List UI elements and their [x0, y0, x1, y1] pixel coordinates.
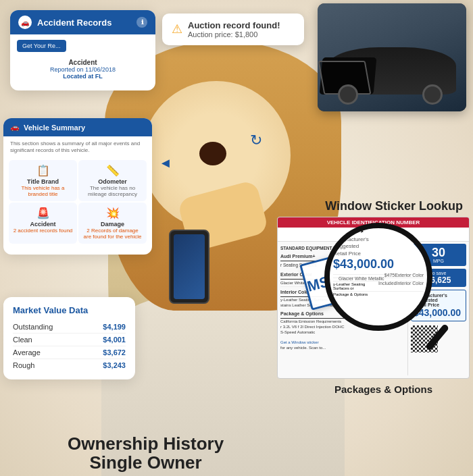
mv-label-rough: Rough	[13, 361, 34, 369]
damaged-car-wheel-rear	[422, 84, 443, 105]
person-mouth	[199, 142, 226, 165]
auction-title: Auction record found!	[188, 20, 280, 30]
accident-records-header: 🚗 Accident Records ℹ	[10, 10, 155, 34]
mv-row-rough: Rough $3,243	[13, 359, 126, 371]
window-sticker-heading: Window Sticker Lookup	[277, 199, 470, 213]
auction-record-card: ⚠ Auction record found! Auction price: $…	[162, 14, 304, 45]
get-report-button[interactable]: Get Your Re...	[17, 40, 66, 52]
title-brand-status: This vehicle has a branded title	[13, 185, 73, 197]
damaged-car-wheel-front	[338, 84, 358, 105]
auction-warning-icon: ⚠	[172, 22, 182, 36]
damage-icon: 💥	[82, 207, 143, 219]
accident-status: 2 accident records found	[13, 228, 73, 234]
mv-row-average: Average $3,672	[13, 346, 126, 359]
vehicle-summary-header: 🚗 Vehicle Summary	[3, 118, 152, 136]
magnifying-glass-circle	[324, 223, 432, 331]
accident-records-card: 🚗 Accident Records ℹ Get Your Re... Acci…	[10, 10, 155, 90]
vs-title-brand: 📋 Title Brand This vehicle has a branded…	[9, 160, 77, 201]
arrow-left-icon: ◄	[159, 155, 172, 171]
market-value-card: Market Value Data Outstanding $4,199 Cle…	[3, 297, 135, 379]
damaged-car-image	[318, 3, 466, 111]
accident-record-location: Located at FL	[17, 73, 149, 80]
mv-label-outstanding: Outstanding	[13, 323, 53, 331]
mv-value-outstanding: $4,199	[103, 323, 126, 331]
mv-row-clean: Clean $4,001	[13, 334, 126, 346]
title-brand-label: Title Brand	[13, 178, 73, 185]
ownership-history-title: Ownership History	[68, 434, 224, 454]
auction-subtitle: Auction price: $1,800	[188, 30, 280, 38]
mv-value-rough: $3,243	[103, 361, 126, 369]
title-brand-icon: 📋	[13, 164, 73, 177]
mv-row-outstanding: Outstanding $4,199	[13, 321, 126, 334]
vehicle-summary-icon: 🚗	[10, 123, 20, 132]
odometer-icon: 📏	[82, 164, 143, 177]
accident-record-title: Accident	[17, 59, 149, 66]
ownership-history-card: Ownership History Single Owner	[68, 434, 224, 473]
ws-get-sticker: Get a Window sticker	[280, 340, 405, 345]
ws-trans: S-Speed Automatic	[280, 329, 405, 335]
mv-value-clean: $4,001	[103, 336, 126, 344]
vehicle-summary-grid: 📋 Title Brand This vehicle has a branded…	[3, 157, 152, 246]
mv-value-average: $3,672	[103, 348, 126, 356]
odometer-status: The vehicle has no mileage discrepancy	[82, 185, 143, 197]
ownership-history-subtitle: Single Owner	[68, 453, 224, 473]
mv-label-average: Average	[13, 348, 41, 356]
accident-record-date: Reported on 11/06/2018	[17, 66, 149, 73]
refresh-icon: ↻	[250, 132, 262, 149]
vs-accident: 🚨 Accident 2 accident records found	[9, 203, 77, 244]
vehicle-summary-description: This section shows a summary of all majo…	[3, 136, 152, 157]
vs-damage: 💥 Damage 2 Records of damage are found f…	[78, 203, 147, 244]
damage-status: 2 Records of damage are found for the ve…	[82, 228, 143, 240]
mv-label-clean: Clean	[13, 336, 32, 344]
accident-info-icon: ℹ	[136, 17, 147, 28]
accident-card-icon: 🚗	[18, 16, 32, 29]
damage-label: Damage	[82, 221, 143, 228]
vehicle-summary-card: 🚗 Vehicle Summary This section shows a s…	[3, 118, 152, 255]
market-value-title: Market Value Data	[13, 305, 126, 315]
ws-for-any: for any vehicle. Scan to...	[280, 345, 405, 350]
accident-label: Accident	[13, 221, 73, 228]
odometer-label: Odometer	[82, 178, 143, 185]
packages-options-label: Packages & Options	[334, 384, 432, 395]
vs-odometer: 📏 Odometer The vehicle has no mileage di…	[78, 160, 147, 201]
auction-text: Auction record found! Auction price: $1,…	[188, 20, 280, 38]
accident-icon: 🚨	[13, 207, 73, 219]
person-phone	[169, 230, 209, 304]
accident-records-title: Accident Records	[37, 18, 112, 28]
vehicle-summary-title: Vehicle Summary	[24, 124, 85, 132]
accident-record-detail: Accident Reported on 11/06/2018 Located …	[10, 55, 155, 84]
